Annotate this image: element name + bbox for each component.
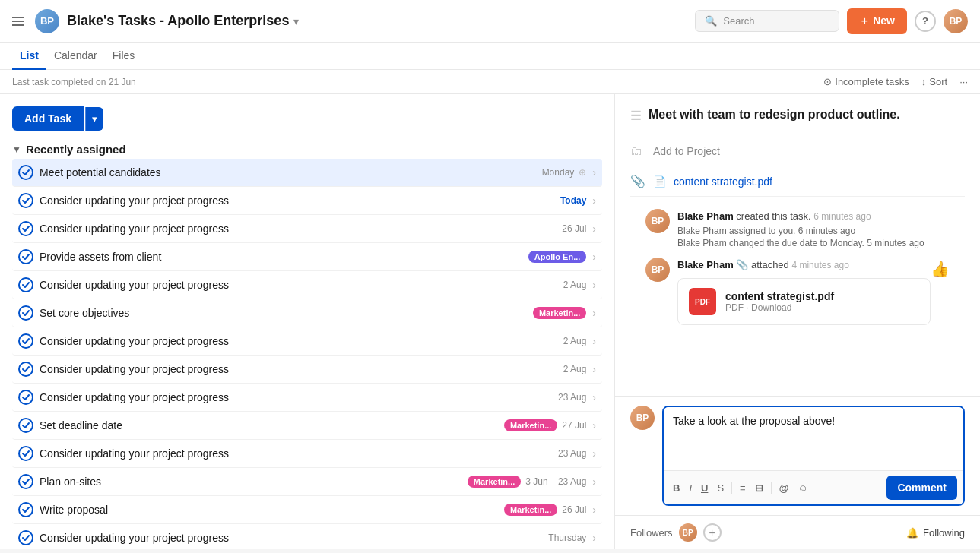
help-button[interactable]: ? [915, 11, 936, 32]
attachment-link[interactable]: content strategist.pdf [674, 175, 772, 188]
add-task-dropdown[interactable]: ▾ [85, 107, 103, 131]
activity-action-2: attached [751, 259, 789, 270]
italic-button[interactable]: I [686, 481, 695, 495]
task-date: 2 Aug [563, 336, 587, 346]
activity-avatar-1: BP [645, 209, 670, 233]
task-row[interactable]: Provide assets from clientApollo En...› [12, 243, 602, 271]
task-row[interactable]: Plan on-sitesMarketin...3 Jun – 23 Aug› [12, 468, 602, 496]
add-task-button[interactable]: Add Task [12, 106, 84, 131]
search-box[interactable]: 🔍 Search [695, 10, 839, 32]
task-meta: Marketin...3 Jun – 23 Aug [468, 476, 586, 488]
comment-toolbar: B I U S ≡ ⊟ @ ☺ Comment [664, 470, 963, 504]
task-check-icon[interactable] [18, 390, 33, 405]
task-name: Write proposal [40, 504, 498, 516]
ordered-list-button[interactable]: ⊟ [752, 481, 766, 495]
user-avatar[interactable]: BP [944, 9, 968, 33]
task-row[interactable]: Consider updating your project progress2… [12, 215, 602, 243]
paperclip-icon: 📎 [630, 174, 645, 188]
activity-section: BP Blake Pham created this task. 6 minut… [630, 197, 965, 346]
activity-time-1: 6 minutes ago [813, 211, 871, 222]
detail-content: ☰ Meet with team to redesign product out… [615, 94, 980, 396]
following-button[interactable]: 🔔 Following [906, 527, 965, 539]
task-row[interactable]: Write proposalMarketin...26 Jul› [12, 496, 602, 524]
attachment-card-name: content strategist.pdf [725, 290, 919, 302]
task-check-icon[interactable] [18, 502, 33, 517]
sort-button[interactable]: ↕ Sort [921, 76, 947, 87]
comment-submit-button[interactable]: Comment [886, 476, 957, 500]
task-row[interactable]: Consider updating your project progressT… [12, 187, 602, 215]
new-button[interactable]: ＋ New [847, 8, 907, 34]
tab-calendar[interactable]: Calendar [46, 43, 105, 70]
task-check-icon[interactable] [18, 333, 33, 349]
tab-list[interactable]: List [12, 43, 46, 70]
task-row[interactable]: Consider updating your project progress2… [12, 271, 602, 299]
main-content: Add Task ▾ ▼ Recently assigned Meet pote… [0, 94, 980, 549]
task-check-icon[interactable] [18, 249, 33, 264]
task-check-icon[interactable] [18, 193, 33, 208]
activity-time-2: 4 minutes ago [791, 260, 848, 270]
add-follower-button[interactable]: + [703, 523, 722, 542]
task-check-icon[interactable] [18, 221, 33, 236]
task-arrow-icon: › [592, 307, 596, 319]
task-row[interactable]: Set deadline dateMarketin...27 Jul› [12, 412, 602, 440]
task-list: Meet potential candidatesMonday⊕›Conside… [12, 159, 602, 549]
copy-icon: ⊕ [579, 167, 586, 178]
strikethrough-button[interactable]: S [714, 481, 727, 495]
task-check-icon[interactable] [18, 165, 33, 180]
task-check-icon[interactable] [18, 446, 33, 461]
mention-button[interactable]: @ [776, 481, 792, 495]
file-icon: 📄 [653, 175, 666, 188]
hamburger-menu[interactable] [12, 14, 27, 29]
commenter-avatar: BP [630, 406, 655, 430]
task-row[interactable]: Consider updating your project progress2… [12, 356, 602, 384]
task-arrow-icon: › [592, 476, 596, 488]
task-row[interactable]: Consider updating your project progress2… [12, 384, 602, 412]
task-date: 26 Jul [562, 223, 586, 234]
task-tag-badge: Marketin... [504, 504, 557, 516]
task-row[interactable]: Consider updating your project progressT… [12, 524, 602, 549]
activity-avatar-2: BP [645, 258, 670, 282]
task-row[interactable]: Consider updating your project progress2… [12, 440, 602, 468]
task-name: Consider updating your project progress [40, 447, 552, 460]
task-row[interactable]: Consider updating your project progress2… [12, 327, 602, 356]
task-check-icon[interactable] [18, 305, 33, 321]
task-name: Consider updating your project progress [40, 279, 557, 291]
task-arrow-icon: › [592, 532, 596, 544]
last-completed-text: Last task completed on 21 Jun [12, 77, 136, 87]
comment-input-row: BP Take a look at the proposal above! B … [630, 406, 965, 506]
detail-panel: ☰ Meet with team to redesign product out… [615, 94, 980, 549]
search-label: Search [723, 15, 754, 27]
activity-sub-2: Blake Pham changed the due date to Monda… [677, 238, 924, 248]
comment-textarea[interactable]: Take a look at the proposal above! [664, 407, 963, 468]
incomplete-tasks-filter[interactable]: ⊙ Incomplete tasks [823, 76, 909, 87]
activity-item-1: BP Blake Pham created this task. 6 minut… [645, 209, 950, 248]
task-tag-badge: Marketin... [468, 476, 521, 488]
task-check-icon[interactable] [18, 530, 33, 545]
detail-attachment-row[interactable]: 📎 📄 content strategist.pdf [630, 166, 965, 197]
thumbsup-button[interactable]: 👍 [931, 258, 950, 280]
attachment-card-meta: PDF · Download [725, 302, 919, 313]
task-name: Consider updating your project progress [40, 335, 557, 347]
emoji-button[interactable]: ☺ [794, 481, 810, 495]
task-name: Consider updating your project progress [40, 363, 557, 375]
task-row[interactable]: Meet potential candidatesMonday⊕› [12, 159, 602, 187]
activity-action-1: created this task. [736, 210, 813, 222]
tab-files[interactable]: Files [105, 43, 143, 70]
section-header[interactable]: ▼ Recently assigned [12, 143, 602, 156]
task-name: Consider updating your project progress [40, 532, 542, 544]
more-options-button[interactable]: ··· [959, 76, 968, 87]
underline-button[interactable]: U [698, 481, 711, 495]
title-chevron-icon[interactable]: ▾ [293, 15, 299, 27]
detail-project-row[interactable]: 🗂 Add to Project [630, 137, 965, 166]
task-panel: Add Task ▾ ▼ Recently assigned Meet pote… [0, 94, 615, 549]
task-arrow-icon: › [592, 279, 596, 291]
task-arrow-icon: › [592, 251, 596, 263]
bullet-list-button[interactable]: ≡ [737, 481, 749, 495]
task-row[interactable]: Set core objectivesMarketin...› [12, 299, 602, 327]
task-date: 23 Aug [558, 448, 586, 459]
task-check-icon[interactable] [18, 362, 33, 377]
bold-button[interactable]: B [670, 481, 683, 495]
task-check-icon[interactable] [18, 474, 33, 489]
task-check-icon[interactable] [18, 277, 33, 292]
task-check-icon[interactable] [18, 418, 33, 433]
